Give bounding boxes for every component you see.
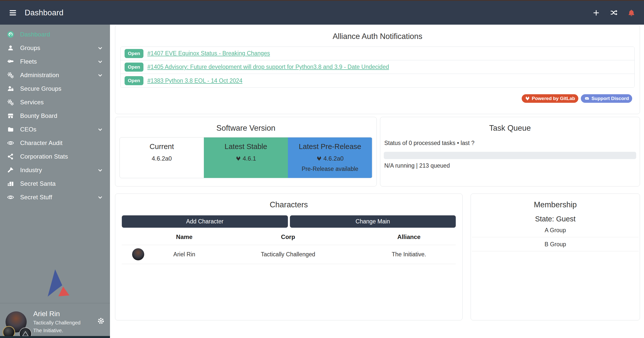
gitlab-icon [525, 96, 530, 101]
sidebar-item-secure-groups[interactable]: Secure Groups [0, 82, 110, 95]
sidebar-item-label: Secret Stuff [20, 194, 52, 201]
hammer-icon [6, 167, 16, 174]
notification-link[interactable]: #1405 Advisory: Future development will … [147, 64, 389, 70]
shuttle-icon [6, 58, 16, 65]
software-version-panel: Software Version Current 4.6.2a0 Latest … [115, 117, 377, 186]
sidebar-item-label: Administration [20, 72, 59, 79]
notifications-button[interactable] [626, 8, 636, 18]
user-icon [6, 45, 16, 51]
folder-icon [6, 126, 16, 133]
task-queue-counts: N/A running | 213 queued [384, 162, 636, 169]
change-main-button[interactable]: Change Main [290, 215, 456, 228]
status-badge: Open [125, 49, 143, 58]
user-alliance: The Initiative. [33, 328, 81, 333]
character-corp: Tactically Challenged [214, 245, 362, 264]
menu-toggle-button[interactable] [8, 8, 18, 18]
page-title: Dashboard [25, 8, 63, 17]
badge-label: Support Discord [591, 96, 629, 101]
characters-panel: Characters Add Character Change Main Nam… [115, 194, 463, 320]
sidebar-item-label: CEOs [20, 126, 36, 133]
gifts-icon [6, 180, 16, 187]
sidebar-item-secret-santa[interactable]: Secret Santa [0, 177, 110, 190]
sidebar-item-fleets[interactable]: Fleets [0, 55, 110, 68]
notifications-panel: Alliance Auth Notifications Open #1407 E… [115, 25, 640, 114]
powered-by-gitlab-badge[interactable]: Powered by GitLab [522, 94, 578, 103]
chevron-down-icon [97, 45, 103, 51]
sidebar-item-industry[interactable]: Industry [0, 163, 110, 177]
task-queue-title: Task Queue [384, 124, 636, 133]
sidebar-item-services[interactable]: Services [0, 95, 110, 109]
chevron-down-icon [97, 194, 103, 201]
sidebar-item-label: Groups [20, 44, 40, 52]
sidebar-item-secret-stuff[interactable]: Secret Stuff [0, 190, 110, 204]
sidebar-item-ceos[interactable]: CEOs [0, 123, 110, 136]
characters-title: Characters [122, 200, 456, 209]
add-character-button[interactable]: Add Character [122, 215, 288, 228]
add-button[interactable] [591, 8, 601, 18]
sidebar: Dashboard Groups Fleets [0, 25, 110, 338]
task-queue-progressbar [384, 152, 636, 159]
sidebar-item-character-audit[interactable]: Character Audit [0, 136, 110, 150]
discord-icon [584, 96, 590, 101]
sidebar-item-administration[interactable]: Administration [0, 68, 110, 82]
status-badge: Open [125, 63, 143, 72]
version-number: 4.6.2a0 [152, 155, 172, 162]
sidebar-item-corporation-stats[interactable]: Corporation Stats [0, 150, 110, 163]
character-switch-button[interactable] [609, 8, 619, 18]
sidebar-item-label: Fleets [20, 58, 37, 65]
software-version-title: Software Version [115, 124, 376, 133]
hamburger-icon [9, 9, 17, 17]
navbar: Dashboard [0, 1, 644, 25]
sidebar-item-dashboard[interactable]: Dashboard [0, 28, 110, 41]
sidebar-item-groups[interactable]: Groups [0, 41, 110, 55]
version-number: 4.6.1 [243, 155, 256, 162]
bell-icon [627, 9, 635, 17]
share-icon [6, 153, 16, 160]
plus-icon [592, 9, 600, 17]
col-header-corp: Corp [214, 229, 362, 245]
sidebar-item-label: Character Audit [20, 139, 62, 147]
version-current: Current 4.6.2a0 [120, 137, 204, 178]
membership-group: A Group [472, 223, 639, 237]
sidebar-item-bounty-board[interactable]: Bounty Board [0, 109, 110, 123]
task-queue-panel: Task Queue Status of 0 processed tasks •… [380, 117, 640, 186]
gauge-icon [6, 31, 16, 38]
notification-item: Open #1407 EVE Equinox Status - Breaking… [121, 47, 634, 60]
alliance-auth-logo [0, 267, 110, 299]
membership-panel: Membership State: Guest A Group B Group [471, 194, 640, 320]
user-settings-button[interactable] [97, 317, 105, 336]
user-name: Ariel Rin [33, 310, 81, 318]
character-alliance: The Initiative. [362, 245, 456, 264]
version-latest-prerelease: Latest Pre-Release 4.6.2a0 Pre-Release a… [288, 137, 372, 178]
notifications-title: Alliance Auth Notifications [115, 32, 640, 41]
character-portrait [132, 248, 144, 260]
shuffle-icon [610, 9, 618, 17]
gear-icon [97, 317, 105, 336]
version-box: Current 4.6.2a0 Latest Stable 4.6.1 [120, 137, 372, 178]
version-heading: Latest Stable [204, 142, 288, 151]
notification-link[interactable]: #1383 Python 3.8 EOL - 14 Oct 2024 [147, 77, 243, 84]
version-heading: Current [120, 142, 204, 151]
sidebar-item-label: Corporation Stats [20, 153, 68, 160]
membership-state: State: Guest [471, 215, 640, 223]
table-row: Ariel Rin Tactically Challenged The Init… [122, 245, 456, 264]
user-corp: Tactically Challenged [33, 320, 81, 326]
sidebar-item-label: Dashboard [20, 31, 50, 38]
sidebar-item-label: Industry [20, 167, 42, 174]
task-queue-status: Status of 0 processed tasks • last ? [384, 140, 636, 147]
notification-link[interactable]: #1407 EVE Equinox Status - Breaking Chan… [147, 50, 270, 57]
chevron-down-icon [97, 126, 103, 133]
character-name: Ariel Rin [155, 245, 214, 264]
sidebar-item-label: Services [20, 99, 44, 106]
version-heading: Latest Pre-Release [288, 142, 372, 151]
shop-icon [6, 112, 16, 119]
support-discord-badge[interactable]: Support Discord [581, 94, 632, 103]
gears-icon [6, 99, 16, 106]
sidebar-item-label: Secure Groups [20, 85, 61, 92]
col-header-alliance: Alliance [362, 229, 456, 245]
version-latest-stable: Latest Stable 4.6.1 [204, 137, 288, 178]
notification-item: Open #1405 Advisory: Future development … [121, 60, 634, 74]
user-lock-icon [6, 85, 16, 92]
chevron-down-icon [97, 72, 103, 78]
main-content: Alliance Auth Notifications Open #1407 E… [110, 25, 644, 338]
